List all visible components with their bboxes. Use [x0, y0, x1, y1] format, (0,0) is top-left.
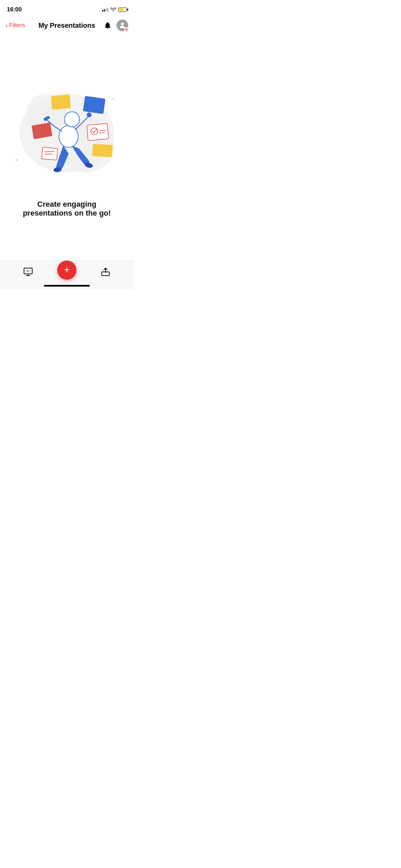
signal-bars-icon — [102, 8, 108, 12]
empty-state-title: Create engaging presentations on the go! — [5, 200, 128, 218]
svg-rect-14 — [42, 147, 58, 160]
back-label: Filters — [9, 22, 25, 29]
svg-point-11 — [87, 112, 92, 117]
user-avatar-button[interactable] — [117, 20, 128, 31]
status-time: 16:00 — [7, 6, 22, 13]
share-upload-icon — [101, 267, 110, 277]
page-title: My Presentations — [33, 22, 101, 29]
svg-line-20 — [99, 133, 105, 133]
presentations-tab-button[interactable] — [21, 264, 36, 279]
svg-line-19 — [99, 130, 106, 131]
back-chevron-icon: ‹ — [5, 22, 8, 29]
empty-state-illustration: + + — [12, 80, 122, 186]
svg-point-0 — [121, 23, 124, 25]
svg-point-8 — [59, 125, 78, 147]
notification-bell-button[interactable] — [103, 21, 112, 30]
plus-icon: + — [64, 265, 70, 275]
export-button[interactable] — [98, 264, 113, 279]
svg-rect-21 — [92, 144, 113, 157]
svg-rect-6 — [51, 94, 71, 110]
svg-line-16 — [45, 154, 52, 154]
decoration-plus-2: + — [15, 157, 19, 164]
battery-icon — [118, 8, 127, 12]
decoration-plus-1: + — [111, 95, 115, 103]
status-icons — [102, 8, 127, 12]
status-bar: 16:00 — [0, 0, 134, 17]
main-content: + + — [0, 36, 134, 261]
avatar-gear-icon — [124, 27, 129, 32]
wifi-icon — [110, 8, 116, 12]
svg-line-15 — [45, 152, 54, 152]
add-presentation-button[interactable]: + — [57, 261, 76, 280]
nav-header: ‹ Filters My Presentations — [0, 17, 134, 36]
empty-illustration-svg — [12, 80, 122, 186]
svg-rect-7 — [83, 96, 106, 114]
presentation-screen-icon — [23, 267, 33, 277]
nav-right-actions — [101, 20, 128, 31]
home-indicator — [44, 285, 90, 287]
svg-point-9 — [64, 112, 80, 127]
back-button[interactable]: ‹ Filters — [5, 22, 33, 29]
bell-icon — [104, 21, 112, 29]
svg-point-1 — [126, 29, 127, 30]
